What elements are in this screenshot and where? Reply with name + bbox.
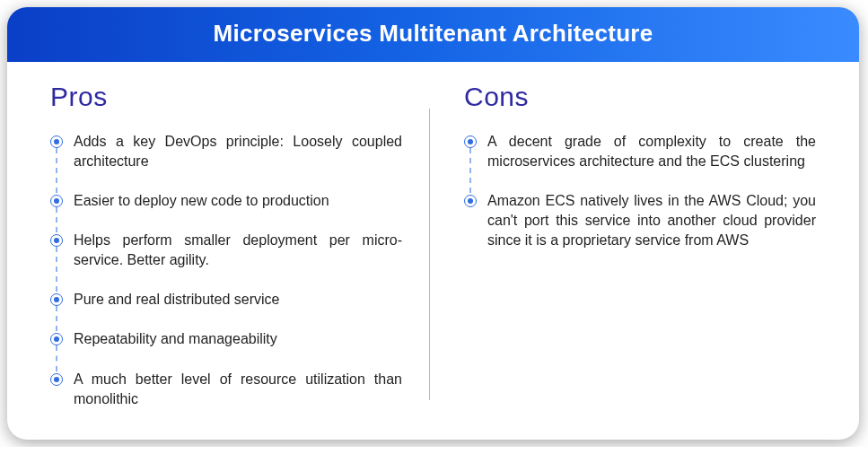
card-body: Pros Adds a key DevOps principle: Loosel…: [7, 62, 859, 440]
card-title: Microservices Multitenant Architecture: [7, 7, 859, 62]
list-item-text: Helps perform smaller deployment per mic…: [74, 232, 402, 267]
architecture-card: Microservices Multitenant Architecture P…: [7, 7, 859, 440]
pros-column: Pros Adds a key DevOps principle: Loosel…: [47, 82, 429, 409]
pros-heading: Pros: [50, 82, 402, 112]
list-item: Helps perform smaller deployment per mic…: [50, 231, 402, 270]
pros-list: Adds a key DevOps principle: Loosely cou…: [50, 132, 402, 409]
cons-column: Cons A decent grade of complexity to cre…: [430, 82, 820, 409]
list-item: Easier to deploy new code to production: [50, 191, 402, 211]
list-item: Amazon ECS natively lives in the AWS Clo…: [464, 191, 816, 250]
list-item: A decent grade of complexity to create t…: [464, 132, 816, 171]
cons-list: A decent grade of complexity to create t…: [464, 132, 816, 250]
cons-heading: Cons: [464, 82, 816, 112]
list-item-text: Easier to deploy new code to production: [74, 193, 329, 208]
list-item-text: Adds a key DevOps principle: Loosely cou…: [74, 134, 402, 169]
list-item-text: A much better level of resource utilizat…: [74, 371, 402, 406]
list-item: A much better level of resource utilizat…: [50, 370, 402, 409]
list-item-text: Repeatability and manageability: [74, 331, 277, 346]
list-item: Pure and real distributed service: [50, 290, 402, 310]
list-item-text: Pure and real distributed service: [74, 292, 279, 307]
list-item: Repeatability and manageability: [50, 329, 402, 349]
list-item: Adds a key DevOps principle: Loosely cou…: [50, 132, 402, 171]
list-item-text: A decent grade of complexity to create t…: [487, 134, 816, 169]
list-item-text: Amazon ECS natively lives in the AWS Clo…: [487, 193, 816, 248]
